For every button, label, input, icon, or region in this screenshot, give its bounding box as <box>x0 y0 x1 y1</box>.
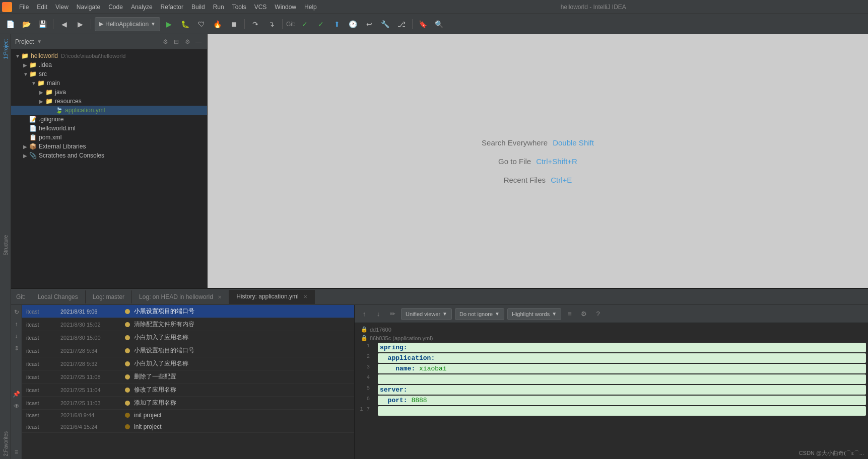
menu-file[interactable]: File <box>15 2 33 12</box>
profile-btn[interactable]: 🔥 <box>211 17 225 31</box>
commit-row-7[interactable]: itcast 2021/7/25 11:03 添加了应用名称 <box>22 397 354 410</box>
tab-history[interactable]: History: application.yml ✕ <box>229 290 315 304</box>
menu-tools[interactable]: Tools <box>228 2 250 12</box>
diff-gear-btn[interactable]: ⚙ <box>578 309 589 320</box>
settings-icon[interactable]: ⚙ <box>183 37 192 46</box>
commit-author-6: itcast <box>26 387 56 393</box>
git-settings-btn[interactable]: 🔧 <box>378 17 392 31</box>
debug-btn[interactable]: 🐛 <box>178 17 192 31</box>
scratches-name: Scratches and Consoles <box>39 152 104 159</box>
diff-help-btn[interactable]: ? <box>592 309 604 320</box>
tree-pom[interactable]: ▶ 📋 pom.xml <box>11 133 207 142</box>
git-history-btn[interactable]: 🕐 <box>346 17 360 31</box>
ignore-dropdown[interactable]: Do not ignore ▼ <box>455 308 504 320</box>
run-config-dropdown[interactable]: ▶ HelloApplication ▼ <box>95 17 160 31</box>
eye-btn[interactable]: 👁 <box>12 401 22 411</box>
code-line-17: 1 7 <box>357 406 866 416</box>
commit-row-3[interactable]: itcast 2021/7/28 9:34 小黑设置项目的端口号 <box>22 344 354 357</box>
git-commit-btn[interactable]: ✓ <box>314 17 328 31</box>
commit-date-6: 2021/7/25 11:04 <box>60 387 121 393</box>
tree-root[interactable]: ▼ 📁 helloworld D:\code\xiaobai\helloworl… <box>11 51 207 60</box>
tab-log-head-close[interactable]: ✕ <box>218 294 222 300</box>
tree-scratches[interactable]: ▶ 📎 Scratches and Consoles <box>11 151 207 160</box>
run-btn[interactable]: ▶ <box>162 17 176 31</box>
commit-row-8[interactable]: itcast 2021/6/8 9:44 init project <box>22 410 354 421</box>
tab-local-changes[interactable]: Local Changes <box>31 290 86 303</box>
pin-btn[interactable]: 📌 <box>12 389 22 399</box>
viewer-arrow-icon: ▼ <box>442 311 447 317</box>
tree-idea[interactable]: ▶ 📁 .idea <box>11 60 207 69</box>
forward-btn[interactable]: ▶ <box>73 17 87 31</box>
new-file-btn[interactable]: 📄 <box>3 17 17 31</box>
menu-analyze[interactable]: Analyze <box>127 2 157 12</box>
commit-row-0[interactable]: itcast 2021/8/31 9:06 小黑设置项目的端口号 <box>22 305 354 318</box>
ext-arrow: ▶ <box>23 144 29 149</box>
side-favorites-tab[interactable]: 2:Favorites <box>1 428 10 459</box>
line-num-17: 1 7 <box>357 406 372 412</box>
menu-view[interactable]: View <box>51 2 73 12</box>
menu-edit[interactable]: Edit <box>33 2 51 12</box>
menu-code[interactable]: Code <box>104 2 127 12</box>
step-over-btn[interactable]: ↷ <box>248 17 262 31</box>
app-icon <box>2 2 12 12</box>
step-into-btn[interactable]: ↴ <box>264 17 279 31</box>
down-btn[interactable]: ↓ <box>12 331 22 341</box>
tree-resources[interactable]: ▶ 📁 resources <box>11 97 207 106</box>
commit-row-4[interactable]: itcast 2021/7/28 9:32 小白加入了应用名称 <box>22 357 354 370</box>
menu-vcs[interactable]: VCS <box>250 2 271 12</box>
bookmark-btn[interactable]: 🔖 <box>416 17 430 31</box>
layout-icon[interactable]: ⊟ <box>172 37 181 46</box>
git-check-btn[interactable]: ✓ <box>298 17 312 31</box>
menu-navigate[interactable]: Navigate <box>73 2 104 12</box>
tab-history-close[interactable]: ✕ <box>303 294 307 299</box>
expand-btn[interactable]: ⇕ <box>12 343 22 353</box>
sync-icon[interactable]: ⚙ <box>161 37 170 46</box>
tree-appyml[interactable]: ▶ 🍃 application.yml <box>11 106 207 115</box>
git-push-btn[interactable]: ⬆ <box>330 17 344 31</box>
highlight-dropdown[interactable]: Highlight words ▼ <box>507 308 561 320</box>
search-everywhere-btn[interactable]: 🔍 <box>432 17 446 31</box>
commit-dot-2 <box>125 335 130 340</box>
tree-gitignore[interactable]: ▶ 📝 .gitignore <box>11 115 207 124</box>
project-header-icons: ⚙ ⊟ ⚙ — <box>161 37 203 46</box>
commit-row-1[interactable]: itcast 2021/8/30 15:02 清除配置文件所有内容 <box>22 318 354 331</box>
commit-msg-8: init project <box>134 412 350 419</box>
diff-down-btn[interactable]: ↓ <box>373 309 384 320</box>
commit-row-6[interactable]: itcast 2021/7/25 11:04 修改了应用名称 <box>22 384 354 397</box>
side-project-tab[interactable]: 1:Project <box>1 36 10 62</box>
menu-window[interactable]: Window <box>271 2 300 12</box>
line-num-5: 5 <box>357 385 372 391</box>
diff-settings2-btn[interactable]: ≡ <box>564 309 575 320</box>
diff-pen-btn[interactable]: ✏ <box>387 309 398 320</box>
minimize-icon[interactable]: — <box>194 37 203 46</box>
save-btn[interactable]: 💾 <box>35 17 49 31</box>
git-branches-btn[interactable]: ⎇ <box>394 17 409 31</box>
tree-ext-libs[interactable]: ▶ 📦 External Libraries <box>11 142 207 151</box>
menu-refactor[interactable]: Refactor <box>157 2 187 12</box>
side-structure-tab[interactable]: Structure <box>1 232 10 259</box>
coverage-btn[interactable]: 🛡 <box>194 17 209 31</box>
tree-main[interactable]: ▼ 📁 main <box>11 79 207 88</box>
tree-iml[interactable]: ▶ 📄 helloworld.iml <box>11 124 207 133</box>
git-undo-btn[interactable]: ↩ <box>362 17 376 31</box>
back-btn[interactable]: ◀ <box>57 17 71 31</box>
project-dropdown-icon[interactable]: ▼ <box>37 39 42 44</box>
commit-row-9[interactable]: itcast 2021/6/4 15:24 init project <box>22 421 354 433</box>
diff-up-btn[interactable]: ↑ <box>359 309 370 320</box>
tree-src[interactable]: ▼ 📁 src <box>11 69 207 79</box>
list-btn[interactable]: ≡ <box>12 447 22 457</box>
tab-log-head[interactable]: Log: on HEAD in helloworld ✕ <box>132 290 229 303</box>
commit-row-2[interactable]: itcast 2021/8/30 15:00 小白加入了应用名称 <box>22 331 354 344</box>
commit-row-5[interactable]: itcast 2021/7/25 11:08 删除了一些配置 <box>22 370 354 384</box>
menu-help[interactable]: Help <box>300 2 321 12</box>
up-btn[interactable]: ↑ <box>12 319 22 329</box>
tab-log-master[interactable]: Log: master <box>86 290 132 303</box>
stop-btn[interactable]: ⏹ <box>227 17 241 31</box>
refresh-btn[interactable]: ↻ <box>12 307 22 317</box>
menu-build[interactable]: Build <box>187 2 209 12</box>
viewer-dropdown[interactable]: Unified viewer ▼ <box>401 308 452 320</box>
open-btn[interactable]: 📂 <box>19 17 33 31</box>
tree-java[interactable]: ▶ 📁 java <box>11 88 207 97</box>
code-line-6: 6 port: 8888 <box>357 395 866 406</box>
menu-run[interactable]: Run <box>209 2 228 12</box>
